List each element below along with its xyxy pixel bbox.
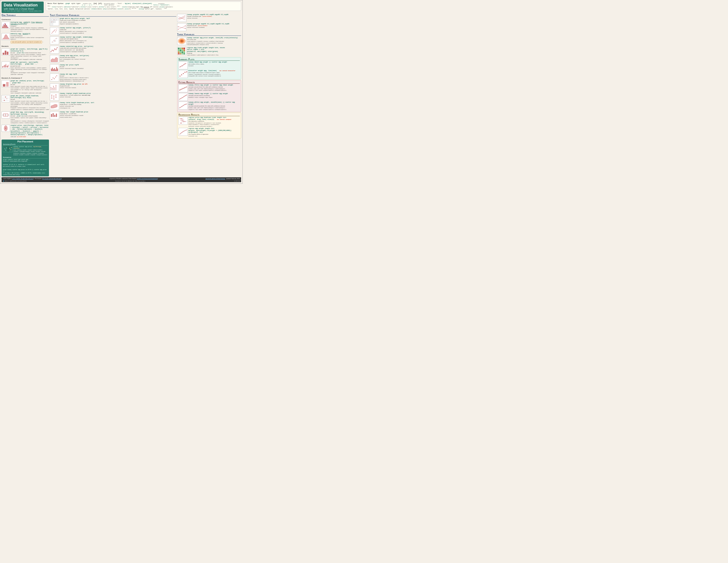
lowess-thumb bbox=[178, 93, 188, 101]
svg-point-91 bbox=[56, 49, 56, 50]
svg-point-115 bbox=[52, 88, 53, 88]
lfitci-code: twoway lfitci mpg weight || scatter mpg … bbox=[188, 84, 240, 86]
svg-rect-43 bbox=[8, 147, 13, 152]
svg-point-187 bbox=[183, 88, 183, 89]
svg-rect-86 bbox=[50, 46, 59, 53]
coefplot-svg bbox=[179, 117, 188, 124]
svg-point-205 bbox=[181, 118, 182, 119]
svg-point-71 bbox=[55, 32, 56, 32]
svg-point-104 bbox=[53, 77, 54, 78]
plotmatrix-code: plotmatrix, mat(regmat) color(green) bbox=[187, 51, 241, 53]
kdensity-name: smoothed histogram bbox=[11, 35, 49, 37]
svg-text:32: 32 bbox=[56, 38, 57, 39]
juxtapose-header: Juxtapose (Facet) bbox=[3, 143, 48, 145]
juxtapose-thumb bbox=[3, 146, 13, 152]
graphbar-code: graph bar (count), over(foreign, gap(*0.… bbox=[11, 48, 49, 52]
twoway-dot-options: dcolor(<color>) • dfcolor(<color>) • dlc… bbox=[60, 77, 176, 82]
graphdot-options: (axis) • (percent) • (count) • (stat: me… bbox=[11, 100, 49, 110]
svg-rect-165 bbox=[180, 53, 182, 54]
svg-point-181 bbox=[184, 72, 186, 73]
rbar-name: range plot (y₁ ÷ y₂) with bars bbox=[60, 113, 176, 115]
svg-point-179 bbox=[181, 74, 182, 75]
fitting-box: Fitting Results bbox=[177, 80, 241, 112]
dropline-item: twoway dropline mpg price in 1/5 dropped… bbox=[50, 83, 176, 91]
lfitci-options: level(#) • stdp • stdf • nofit • fitplot… bbox=[188, 88, 240, 91]
svg-rect-152 bbox=[178, 48, 180, 49]
svg-point-178 bbox=[179, 76, 180, 77]
page-container: Data Visualization with Stata 14.1 Cheat… bbox=[0, 0, 243, 184]
regression-box: Regression Results bbox=[177, 113, 241, 138]
connected-name: scatter plot with connected lines and sy… bbox=[60, 47, 176, 49]
svg-point-200 bbox=[183, 105, 184, 106]
three-variables-header: Three Variables bbox=[177, 33, 241, 36]
plot-placement-title: Plot Placement bbox=[3, 140, 48, 143]
binscatter-thumb bbox=[178, 70, 188, 78]
pcspike-code: twoway pcspike wage68 ttl_exp68 wage88 t… bbox=[187, 14, 241, 16]
svg-point-118 bbox=[56, 85, 56, 86]
syntax-line2: titles ↓ title("title") subtitle("subtit… bbox=[47, 6, 240, 8]
svg-text:22: 22 bbox=[53, 41, 54, 42]
syntax-vars-group: variables: y first y₁ y₂ ... yₙ x bbox=[82, 3, 92, 6]
binscatter-code: binscatter weight mpg, line(none) ssc in… bbox=[188, 70, 240, 72]
geocenter-link[interactable]: geocenter.github.io/StataTraining bbox=[206, 178, 225, 179]
disc-x-cont-y-header: Discrete X, Continuous Y bbox=[2, 77, 49, 79]
histogram-name: histogram bbox=[11, 25, 49, 27]
svg-point-72 bbox=[56, 29, 57, 29]
svg-rect-95 bbox=[51, 69, 52, 71]
scatter-mlabel-svg: 22 18 32 15 bbox=[50, 37, 59, 44]
svg-point-40 bbox=[5, 127, 6, 129]
coefplot-thumb bbox=[178, 117, 188, 125]
author1-email[interactable]: Laura Hughes (lhughes@usaid.gov) bbox=[12, 178, 33, 179]
rcapsym-options: vertical • horizontal bbox=[60, 96, 176, 98]
twoway-bar-name: bar plot bbox=[60, 66, 176, 68]
svg-point-114 bbox=[51, 87, 51, 88]
svg-rect-23 bbox=[6, 82, 9, 87]
pcspike-options: vertical, horizontal bbox=[187, 17, 241, 19]
svg-rect-131 bbox=[51, 114, 52, 117]
pcspike-name: Parallel coordinates plot (sysuse nlswid… bbox=[187, 16, 241, 17]
plotmatrix-svg bbox=[177, 47, 186, 55]
plotmatrix-item: regress mpg trunk weight length turn, no… bbox=[177, 47, 241, 56]
graphbar-svg bbox=[2, 49, 10, 55]
rcapsym-item: twoway rcapsym length headroom price ran… bbox=[50, 93, 176, 101]
graphdot-name: dot plot bbox=[11, 99, 49, 100]
vioplot-name: violin plot ssc install vioplot bbox=[11, 136, 49, 138]
area-desc: twoway area mpg price, sort(price) line … bbox=[60, 55, 176, 63]
vioplot-svg bbox=[2, 125, 10, 132]
dropline-desc: twoway dropline mpg price in 1/5 dropped… bbox=[60, 83, 176, 91]
pccapsym-options: vertical • horizontal • headlabel bbox=[187, 27, 241, 28]
graphhbox-thumb bbox=[2, 111, 10, 118]
kdensity-thumb bbox=[2, 33, 10, 40]
scatter-jitter-desc: twoway scatter mpg weight, jitter(7) sca… bbox=[60, 27, 176, 35]
syntax-plottype: <plot type> bbox=[71, 3, 81, 4]
contour-item: twoway contour mpg price weight, level(2… bbox=[177, 37, 241, 46]
sub-title: with Stata 14.1 Cheat Sheet bbox=[4, 8, 41, 10]
disclaimer-text: Disclaimer: we are not affiliated with S… bbox=[115, 180, 145, 182]
svg-point-76 bbox=[56, 30, 57, 31]
coefplot-options: baselevels • b(<options>) • at(<options>… bbox=[188, 122, 240, 127]
svg-rect-96 bbox=[52, 68, 53, 71]
syntax-annot-group: annotations text(y x "annotation") bbox=[153, 3, 169, 6]
qfitci-item: twoway qfitci mpg weight, alwidth(none) … bbox=[178, 102, 240, 110]
svg-point-73 bbox=[52, 32, 53, 33]
svg-rect-2 bbox=[4, 25, 5, 28]
scatter-mlabel-options: jitter(#) • jitterseed(#) • sort • cmiss… bbox=[60, 40, 176, 43]
pccapsym-item: twoway pccapsym wage68 ttl_exp68 wage88 … bbox=[177, 23, 241, 31]
svg-point-74 bbox=[54, 31, 54, 32]
lfitci-item: twoway lfitci mpg weight || scatter mpg … bbox=[178, 84, 240, 92]
contour-name: 3D contour plot bbox=[187, 39, 241, 41]
header: Data Visualization with Stata 14.1 Cheat… bbox=[2, 2, 241, 13]
area-name: line plot with area shading bbox=[60, 57, 176, 58]
graphmatrix-desc: graph matrix mpg price weight, half scat… bbox=[60, 18, 176, 26]
author2-email[interactable]: Tim Essam (tessam@usaid.gov) bbox=[42, 178, 61, 179]
qfitci-desc: twoway qfitci mpg weight, alwidth(none) … bbox=[188, 102, 240, 110]
scatter-jitter-svg bbox=[50, 27, 59, 35]
twoway-bar-desc: twoway bar price rep78 bar plot vertical… bbox=[60, 64, 176, 72]
rarea-item: twoway rarea length headroom price, sort… bbox=[50, 102, 176, 110]
svg-point-180 bbox=[183, 73, 184, 74]
footer-right: geocenter.github.io/StataTraining update… bbox=[206, 178, 240, 179]
graphbar-median-svg bbox=[2, 80, 10, 87]
graphhbox-code: graph hbox mpg, over(rep78, descending) … bbox=[11, 111, 49, 115]
svg-point-188 bbox=[184, 87, 185, 88]
svg-point-46 bbox=[6, 147, 7, 148]
